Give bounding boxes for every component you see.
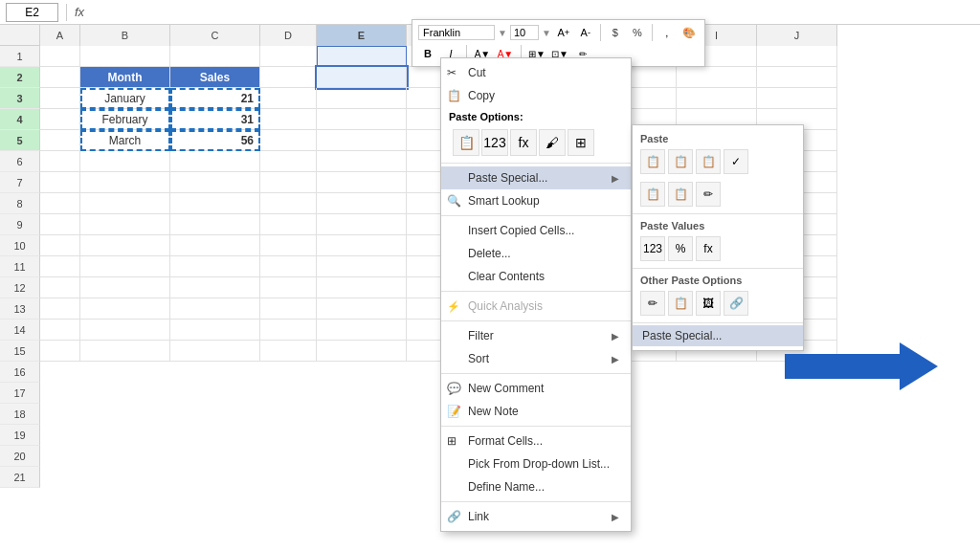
cell-b11[interactable] <box>80 256 170 277</box>
cell-e2-selected[interactable] <box>317 67 407 88</box>
row-header-5[interactable]: 5 <box>0 130 40 151</box>
menu-item-link[interactable]: 🔗 Link ▶ <box>441 505 631 528</box>
submenu-values-icon-1[interactable]: 123 <box>640 236 665 261</box>
cell-b14[interactable] <box>80 320 170 341</box>
cell-b2-month[interactable]: Month <box>80 67 170 88</box>
menu-item-pick-dropdown[interactable]: Pick From Drop-down List... <box>441 452 631 475</box>
comma-button[interactable]: , <box>657 23 677 42</box>
cell-e7[interactable] <box>317 172 407 193</box>
cell-c11[interactable] <box>170 256 260 277</box>
cell-a3[interactable] <box>40 88 80 109</box>
cell-b4-february[interactable]: February <box>80 109 170 130</box>
paste-icon-3[interactable]: fx <box>510 129 537 156</box>
col-header-d[interactable]: D <box>260 25 317 46</box>
cell-e1[interactable] <box>317 46 407 67</box>
cell-c2-sales[interactable]: Sales <box>170 67 260 88</box>
submenu-other-icon-2[interactable]: 📋 <box>668 291 693 316</box>
cell-c14[interactable] <box>170 320 260 341</box>
paste-icon-5[interactable]: ⊞ <box>568 129 594 156</box>
cell-e15[interactable] <box>317 341 407 362</box>
cell-b10[interactable] <box>80 235 170 256</box>
submenu-paste-icon-3[interactable]: 📋 <box>696 149 721 174</box>
menu-item-sort[interactable]: Sort ▶ <box>441 347 631 370</box>
menu-item-paste-special[interactable]: Paste Special... ▶ <box>441 166 631 189</box>
cell-d12[interactable] <box>260 277 317 298</box>
cell-a9[interactable] <box>40 214 80 235</box>
percent-button[interactable]: % <box>628 23 647 42</box>
menu-item-new-comment[interactable]: 💬 New Comment <box>441 377 631 400</box>
cell-c12[interactable] <box>170 277 260 298</box>
cell-b9[interactable] <box>80 214 170 235</box>
cell-c1[interactable] <box>170 46 260 67</box>
cell-d5[interactable] <box>260 130 317 151</box>
col-header-j[interactable]: J <box>757 25 837 46</box>
cell-b7[interactable] <box>80 172 170 193</box>
row-header-10[interactable]: 10 <box>0 235 40 256</box>
row-header-16[interactable]: 16 <box>0 362 40 383</box>
cell-c6[interactable] <box>170 151 260 172</box>
submenu-paste-icon-4[interactable]: ✓ <box>724 149 748 174</box>
cell-c8[interactable] <box>170 193 260 214</box>
cell-d2[interactable] <box>260 67 317 88</box>
cell-d11[interactable] <box>260 256 317 277</box>
row-header-1[interactable]: 1 <box>0 46 40 67</box>
cell-a2[interactable] <box>40 67 80 88</box>
menu-item-copy[interactable]: 📋 Copy <box>441 84 631 107</box>
row-header-20[interactable]: 20 <box>0 446 40 467</box>
paste-icon-2[interactable]: 123 <box>481 129 508 156</box>
cell-d6[interactable] <box>260 151 317 172</box>
cell-c3-21[interactable]: 21 <box>170 88 260 109</box>
cell-c5-56[interactable]: 56 <box>170 130 260 151</box>
row-header-18[interactable]: 18 <box>0 404 40 425</box>
cell-e14[interactable] <box>317 320 407 341</box>
cell-d9[interactable] <box>260 214 317 235</box>
formula-input[interactable] <box>92 6 974 19</box>
submenu-paste-icon-2[interactable]: 📋 <box>668 149 693 174</box>
menu-item-format-cells[interactable]: ⊞ Format Cells... <box>441 430 631 452</box>
cell-a10[interactable] <box>40 235 80 256</box>
submenu-paste-special-item[interactable]: Paste Special... <box>633 325 803 346</box>
cell-b1[interactable] <box>80 46 170 67</box>
cell-b13[interactable] <box>80 298 170 320</box>
col-header-a[interactable]: A <box>40 25 80 46</box>
menu-item-clear-contents[interactable]: Clear Contents <box>441 265 631 288</box>
row-header-8[interactable]: 8 <box>0 193 40 214</box>
row-header-4[interactable]: 4 <box>0 109 40 130</box>
cell-i2[interactable] <box>677 67 757 88</box>
cell-a11[interactable] <box>40 256 80 277</box>
cell-d1[interactable] <box>260 46 317 67</box>
submenu-paste-icon-5[interactable]: 📋 <box>640 182 665 207</box>
col-header-c[interactable]: C <box>170 25 260 46</box>
menu-item-cut[interactable]: ✂ Cut <box>441 61 631 84</box>
cell-a4[interactable] <box>40 109 80 130</box>
cell-a6[interactable] <box>40 151 80 172</box>
cell-b6[interactable] <box>80 151 170 172</box>
cell-c15[interactable] <box>170 341 260 362</box>
cell-b15[interactable] <box>80 341 170 362</box>
submenu-values-icon-3[interactable]: fx <box>696 236 721 261</box>
bold-button[interactable]: B <box>418 44 437 63</box>
cell-e10[interactable] <box>317 235 407 256</box>
submenu-other-icon-3[interactable]: 🖼 <box>696 291 721 316</box>
currency-button[interactable]: $ <box>606 23 625 42</box>
menu-item-filter[interactable]: Filter ▶ <box>441 324 631 347</box>
cell-e11[interactable] <box>317 256 407 277</box>
row-header-13[interactable]: 13 <box>0 298 40 320</box>
submenu-paste-icon-7[interactable]: ✏ <box>696 182 721 207</box>
cell-e12[interactable] <box>317 277 407 298</box>
row-header-15[interactable]: 15 <box>0 341 40 362</box>
cell-d14[interactable] <box>260 320 317 341</box>
cell-a8[interactable] <box>40 193 80 214</box>
cell-b8[interactable] <box>80 193 170 214</box>
cell-i3[interactable] <box>677 88 757 109</box>
cell-e9[interactable] <box>317 214 407 235</box>
cell-e8[interactable] <box>317 193 407 214</box>
col-header-b[interactable]: B <box>80 25 170 46</box>
cell-e5[interactable] <box>317 130 407 151</box>
menu-item-new-note[interactable]: 📝 New Note <box>441 400 631 423</box>
cell-a14[interactable] <box>40 320 80 341</box>
row-header-14[interactable]: 14 <box>0 320 40 341</box>
row-header-9[interactable]: 9 <box>0 214 40 235</box>
submenu-paste-icon-1[interactable]: 📋 <box>640 149 665 174</box>
cell-b3-january[interactable]: January <box>80 88 170 109</box>
